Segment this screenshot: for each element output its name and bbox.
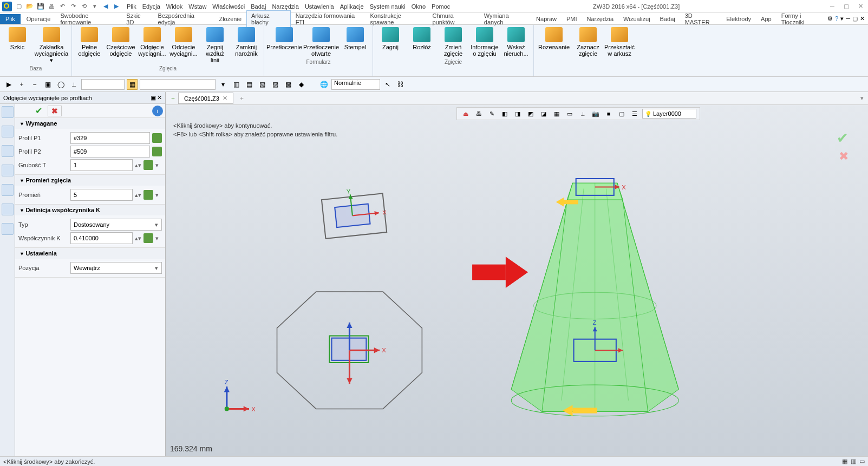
ribbon-tab-3dmaster[interactable]: 3D MASTER bbox=[680, 10, 721, 28]
tb-mode-select[interactable]: Normalnie bbox=[331, 79, 380, 90]
tb-sub-icon[interactable]: − bbox=[29, 79, 40, 90]
menu-aplikacje[interactable]: Aplikacje bbox=[340, 3, 364, 10]
sec-ustawienia-header[interactable]: Ustawienia bbox=[15, 248, 165, 259]
rbtn-zegnij[interactable]: Zegnij wzdłuż linii bbox=[200, 26, 230, 64]
tb-filter2-select[interactable] bbox=[140, 79, 216, 90]
side-tab-5[interactable] bbox=[2, 184, 14, 196]
typ-select[interactable]: Dostosowany bbox=[70, 219, 162, 231]
rbtn-przetloczenie[interactable]: Przetłoczenie bbox=[266, 26, 302, 58]
ribbon-tab-pmi[interactable]: PMI bbox=[562, 14, 582, 24]
ribbon-tab-app[interactable]: App bbox=[756, 14, 776, 24]
status-btn-3[interactable]: ▭ bbox=[859, 458, 865, 465]
save-icon[interactable]: 💾 bbox=[36, 2, 45, 11]
rbtn-rozerwanie[interactable]: Rozerwanie bbox=[536, 26, 572, 58]
rbtn-szkic[interactable]: Szkic bbox=[2, 26, 32, 64]
tb-filter-select[interactable] bbox=[81, 79, 125, 90]
ribbon-tab-operacje[interactable]: Operacje bbox=[22, 14, 56, 24]
menu-edycja[interactable]: Edycja bbox=[142, 3, 160, 10]
grubosc-input[interactable]: 1 bbox=[70, 159, 133, 171]
doc-tab-close-icon[interactable]: ✕ bbox=[223, 95, 227, 102]
open-icon[interactable]: 📂 bbox=[25, 2, 35, 11]
tb-a-icon[interactable]: ▾ bbox=[218, 79, 229, 90]
wspk-pick[interactable] bbox=[143, 233, 153, 243]
status-btn-2[interactable]: ▥ bbox=[851, 458, 856, 465]
tb-globe-icon[interactable]: 🌐 bbox=[318, 79, 329, 90]
status-btn-1[interactable]: ▦ bbox=[842, 458, 847, 465]
ribbon-tab-elektrody[interactable]: Elektrody bbox=[721, 14, 756, 24]
panel-close-icon[interactable]: ✕ bbox=[157, 94, 162, 101]
tb-add-icon[interactable]: + bbox=[16, 79, 27, 90]
rbtn-odciecie-wyciagni[interactable]: Odcięcie wyciągni... bbox=[168, 26, 199, 64]
menu-badaj[interactable]: Badaj bbox=[251, 3, 266, 10]
wspk-spinner[interactable]: ▴▾ bbox=[135, 235, 141, 242]
tb-circ-icon[interactable]: ◯ bbox=[55, 79, 66, 90]
tb-link-icon[interactable]: ⛓ bbox=[395, 79, 406, 90]
grubosc-pick[interactable] bbox=[143, 160, 153, 170]
viewport[interactable]: ＋ Część001.Z3✕ ＋ ▾ ⏏ 🖶 ✎ ◧ ◨ ◩ ◪ ▦ ▭ ⟂ 📷… bbox=[166, 92, 868, 456]
ribbon-file-tab[interactable]: Plik bbox=[0, 14, 21, 24]
rbtn-zamknij-naroznik[interactable]: Zamknij narożnik bbox=[231, 26, 262, 64]
cancel-button[interactable]: ✖ bbox=[48, 106, 62, 116]
print-icon[interactable]: 🖶 bbox=[47, 2, 56, 11]
profil-p2-input[interactable]: #509 bbox=[70, 146, 150, 157]
new-icon[interactable]: ▢ bbox=[14, 2, 24, 11]
wspk-more[interactable]: ▾ bbox=[155, 235, 162, 242]
child-close-icon[interactable]: ✕ bbox=[860, 15, 865, 22]
child-min-icon[interactable]: ─ bbox=[846, 15, 850, 22]
rbtn-rozloz[interactable]: Rozłóż bbox=[407, 26, 437, 58]
sec-wymagane-header[interactable]: Wymagane bbox=[15, 118, 165, 129]
sec-promien-header[interactable]: Promień zgięcia bbox=[15, 175, 165, 186]
menu-system-nauki[interactable]: System nauki bbox=[370, 3, 406, 10]
menu-plik[interactable]: Plik bbox=[127, 3, 136, 10]
promien-spinner[interactable]: ▴▾ bbox=[135, 192, 141, 199]
menu-okno[interactable]: Okno bbox=[412, 3, 426, 10]
profil-p2-pick[interactable] bbox=[152, 147, 162, 156]
tb-box-icon[interactable]: ▣ bbox=[42, 79, 53, 90]
rbtn-pelne-odgiecie[interactable]: Pełne odgięcie bbox=[74, 26, 105, 64]
menu-wstaw[interactable]: Wstaw bbox=[188, 3, 206, 10]
tb-d-icon[interactable]: ▧ bbox=[257, 79, 267, 90]
doc-new-icon[interactable]: ＋ bbox=[170, 94, 176, 102]
tb-cube-icon[interactable]: ▦ bbox=[127, 79, 138, 90]
side-tab-2[interactable] bbox=[2, 126, 14, 137]
minimize-icon[interactable]: ─ bbox=[827, 3, 838, 10]
grubosc-more[interactable]: ▾ bbox=[155, 162, 162, 169]
rbtn-wskaz-nieruch[interactable]: Wskaż nieruch... bbox=[501, 26, 531, 58]
ribbon-tab-wizualizuj[interactable]: Wizualizuj bbox=[618, 14, 655, 24]
ok-button[interactable]: ✔ bbox=[31, 106, 45, 116]
ribbon-options-icon[interactable]: ⚙ bbox=[827, 15, 833, 22]
rbtn-informacje-o-zgieciu[interactable]: Informacje o zgięciu bbox=[469, 26, 500, 58]
rbtn-czesciowe-odgiecie[interactable]: Częściowe odgięcie bbox=[106, 26, 136, 64]
doc-tab-active[interactable]: Część001.Z3✕ bbox=[178, 93, 233, 104]
rbtn-zakladka[interactable]: Zakładka wyciągniecia ▾ bbox=[34, 26, 69, 64]
promien-pick[interactable] bbox=[143, 190, 153, 200]
side-tab-1[interactable] bbox=[2, 106, 14, 118]
panel-tool-icon[interactable] bbox=[17, 105, 29, 117]
tb-select-icon[interactable]: ▶ bbox=[3, 79, 14, 90]
side-tab-3[interactable] bbox=[2, 145, 14, 157]
info-button[interactable]: i bbox=[152, 106, 163, 116]
menu-ustawienia[interactable]: Ustawienia bbox=[305, 3, 334, 10]
rbtn-zmien-zgiecie[interactable]: Zmień zgięcie bbox=[438, 26, 468, 58]
menu-wlasciwosci[interactable]: Właściwości bbox=[212, 3, 245, 10]
tb-f-icon[interactable]: ▩ bbox=[283, 79, 293, 90]
tb-c-icon[interactable]: ▤ bbox=[244, 79, 254, 90]
side-tab-7[interactable] bbox=[2, 223, 14, 235]
rbtn-zagnij[interactable]: Zagnij bbox=[375, 26, 406, 58]
tb-e-icon[interactable]: ▨ bbox=[270, 79, 280, 90]
tb-measure-icon[interactable]: ⟂ bbox=[68, 79, 79, 90]
menu-narzedzia[interactable]: Narzędzia bbox=[272, 3, 299, 10]
ribbon-help-drop-icon[interactable]: ▾ bbox=[840, 15, 844, 22]
tb-cursor-icon[interactable]: ↖ bbox=[382, 79, 393, 90]
tb-b-icon[interactable]: ▥ bbox=[231, 79, 242, 90]
rbtn-zaznacz-zgiecie[interactable]: Zaznacz zgięcie bbox=[573, 26, 603, 58]
rbtn-stempel[interactable]: Stempel bbox=[340, 26, 370, 58]
wspk-input[interactable]: 0.410000 bbox=[70, 232, 133, 244]
maximize-icon[interactable]: ▢ bbox=[841, 3, 852, 10]
ribbon-tab-badaj[interactable]: Badaj bbox=[655, 14, 680, 24]
grubosc-spinner[interactable]: ▴▾ bbox=[135, 162, 141, 169]
panel-pin-icon[interactable]: ▣ bbox=[151, 94, 156, 101]
sec-kfactor-header[interactable]: Definicja współczynnika K bbox=[15, 205, 165, 215]
menu-widok[interactable]: Widok bbox=[166, 3, 183, 10]
doc-tabs-menu-icon[interactable]: ▾ bbox=[860, 95, 864, 102]
